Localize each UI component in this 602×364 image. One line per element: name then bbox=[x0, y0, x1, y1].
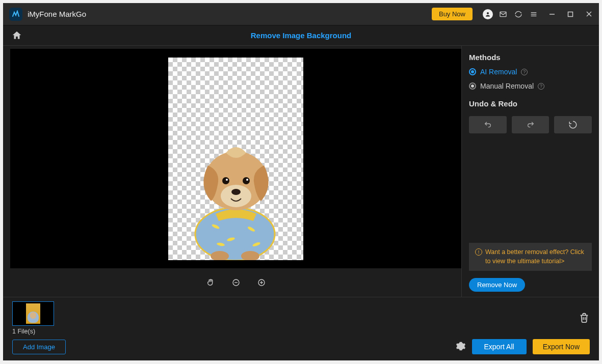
app-logo bbox=[9, 8, 22, 21]
undo-redo-group bbox=[469, 116, 592, 133]
export-now-button[interactable]: Export Now bbox=[533, 339, 590, 354]
canvas-frame[interactable] bbox=[10, 49, 461, 268]
undo-button[interactable] bbox=[469, 116, 507, 133]
add-image-button[interactable]: Add Image bbox=[12, 340, 66, 354]
reset-button[interactable] bbox=[554, 116, 592, 133]
home-icon[interactable] bbox=[11, 30, 22, 41]
info-icon: ! bbox=[475, 248, 482, 256]
right-panel: Methods AI Removal ? Manual Removal ? Un… bbox=[461, 46, 599, 297]
svg-rect-6 bbox=[568, 12, 573, 16]
methods-heading: Methods bbox=[469, 53, 592, 62]
bottom-strip: 1 File(s) Add Image Export All Export No… bbox=[3, 297, 599, 360]
account-icon[interactable] bbox=[483, 9, 493, 19]
close-button[interactable] bbox=[584, 9, 594, 19]
export-all-button[interactable]: Export All bbox=[472, 339, 527, 354]
mail-icon[interactable] bbox=[498, 9, 508, 19]
export-group: Export All Export Now bbox=[456, 339, 590, 354]
tutorial-tip[interactable]: ! Want a better removal effect? Click to… bbox=[469, 243, 592, 271]
svg-point-20 bbox=[231, 189, 241, 195]
refresh-icon[interactable] bbox=[513, 9, 524, 19]
redo-button[interactable] bbox=[512, 116, 549, 133]
maximize-button[interactable] bbox=[565, 9, 575, 19]
image-preview bbox=[168, 58, 303, 260]
help-icon[interactable]: ? bbox=[538, 83, 544, 90]
subject-dog bbox=[180, 125, 292, 260]
thumbnail-item[interactable] bbox=[12, 301, 54, 326]
pan-hand-icon[interactable] bbox=[205, 277, 216, 288]
canvas-column bbox=[3, 46, 461, 297]
buy-now-button[interactable]: Buy Now bbox=[432, 8, 473, 20]
app-window: iMyFone MarkGo Buy Now bbox=[3, 3, 599, 360]
menu-icon[interactable] bbox=[529, 9, 539, 19]
bottom-actions: Add Image Export All Export Now bbox=[12, 339, 590, 354]
method-ai-removal[interactable]: AI Removal ? bbox=[469, 68, 592, 76]
tip-text: Want a better removal effect? Click to v… bbox=[485, 248, 586, 266]
settings-icon[interactable] bbox=[456, 341, 466, 353]
main-area: Methods AI Removal ? Manual Removal ? Un… bbox=[3, 46, 599, 297]
svg-point-21 bbox=[222, 177, 229, 184]
remove-now-button[interactable]: Remove Now bbox=[469, 278, 525, 292]
titlebar: iMyFone MarkGo Buy Now bbox=[3, 3, 599, 25]
delete-icon[interactable] bbox=[579, 312, 590, 325]
svg-point-0 bbox=[487, 12, 489, 14]
zoom-out-icon[interactable] bbox=[230, 277, 242, 288]
radio-unselected-icon bbox=[469, 82, 476, 90]
thumbnails: 1 File(s) bbox=[12, 301, 54, 335]
svg-point-22 bbox=[243, 177, 250, 184]
titlebar-tools bbox=[483, 9, 594, 19]
app-title: iMyFone MarkGo bbox=[28, 10, 86, 18]
svg-point-24 bbox=[246, 179, 248, 181]
method-manual-removal[interactable]: Manual Removal ? bbox=[469, 82, 592, 90]
manual-removal-label: Manual Removal bbox=[480, 82, 534, 90]
file-count-label: 1 File(s) bbox=[12, 328, 54, 335]
help-icon[interactable]: ? bbox=[521, 69, 528, 75]
thumbnail-row: 1 File(s) bbox=[12, 301, 590, 335]
canvas-tools bbox=[10, 268, 461, 297]
page-title: Remove Image Background bbox=[22, 31, 580, 40]
secondary-header: Remove Image Background bbox=[3, 25, 599, 46]
ai-removal-label: AI Removal bbox=[480, 68, 517, 76]
radio-selected-icon bbox=[469, 68, 476, 75]
svg-point-23 bbox=[226, 179, 228, 181]
svg-point-19 bbox=[221, 185, 251, 207]
zoom-in-icon[interactable] bbox=[256, 277, 267, 288]
thumbnail-preview bbox=[26, 303, 40, 324]
undo-redo-heading: Undo & Redo bbox=[469, 99, 592, 108]
minimize-button[interactable] bbox=[547, 9, 557, 19]
